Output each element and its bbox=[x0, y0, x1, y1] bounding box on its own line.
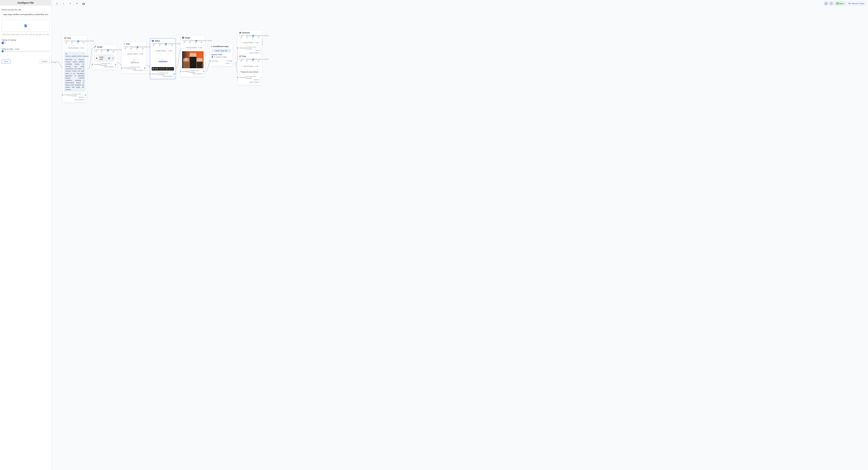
delay-in-reply-label: Delay in reply - 2 sec bbox=[2, 48, 50, 50]
cond-field: Gender bbox=[215, 56, 221, 58]
stat-subscribers-label: Subscribers bbox=[80, 40, 88, 42]
text-icon: 📢 bbox=[239, 55, 242, 57]
toolbar-condition-icon[interactable]: ≥ bbox=[61, 1, 66, 6]
output-port-buttons[interactable] bbox=[260, 79, 261, 81]
stat-errors-label: Errors bbox=[90, 40, 94, 42]
text-content-box: Thanks for your Intrest bbox=[239, 70, 260, 74]
node-file[interactable]: 📎File ✈Sent ✓Delivered 👥Subscribers ⚠Err… bbox=[122, 42, 146, 73]
skip-back-button[interactable]: ⏮ bbox=[824, 1, 828, 5]
delay-slider-thumb[interactable] bbox=[2, 50, 4, 52]
node-conditional[interactable]: ≥Conditional reply Match Type: All Syste… bbox=[210, 44, 232, 66]
save-icon: 💾 bbox=[836, 2, 839, 5]
typing-dots: ... bbox=[241, 65, 243, 67]
toolbar-ecommerce-icon[interactable]: 🛒 bbox=[55, 1, 60, 6]
audio-more-icon[interactable]: ⋮ bbox=[112, 57, 114, 60]
output-port-quick[interactable] bbox=[203, 73, 204, 75]
output-port-quick[interactable] bbox=[260, 52, 261, 54]
output-port-quick[interactable] bbox=[85, 99, 86, 100]
sent-icon: ✈ bbox=[64, 40, 65, 42]
user-icon: 👤 bbox=[211, 56, 213, 58]
typing-seconds: 3 Sec bbox=[255, 41, 259, 43]
stat-subscribers-label: Subscribers bbox=[198, 40, 206, 41]
output-port[interactable] bbox=[58, 61, 58, 62]
subscribers-icon: 👥 bbox=[195, 40, 197, 41]
volume-icon[interactable]: 🔊 bbox=[108, 57, 111, 59]
subscribers-icon: 👥 bbox=[252, 58, 254, 60]
input-port[interactable] bbox=[237, 47, 238, 49]
video-controls[interactable]: 0:00 🔊 ⛶ ⋮ bbox=[152, 67, 174, 70]
input-port[interactable] bbox=[121, 67, 123, 69]
stat-sent-label: Sent bbox=[184, 40, 187, 41]
port-quick-label: Quick Replies bbox=[133, 69, 143, 71]
cancel-button[interactable]: Cancel bbox=[39, 59, 50, 64]
audio-play-button[interactable] bbox=[95, 56, 98, 60]
delivered-icon: ✓ bbox=[157, 43, 158, 45]
output-port-compose[interactable] bbox=[174, 73, 175, 75]
stat-sent-label: Sent bbox=[66, 40, 69, 42]
stat-errors-value: 0 bbox=[199, 41, 204, 43]
output-port-true[interactable] bbox=[230, 60, 232, 62]
input-port[interactable] bbox=[237, 77, 238, 78]
output-port-compose[interactable] bbox=[260, 47, 261, 49]
output-port-quick[interactable] bbox=[115, 66, 116, 68]
input-port[interactable] bbox=[150, 73, 151, 75]
output-port-compose[interactable] bbox=[260, 77, 261, 78]
typing-display-row: ... Typing Display 2 Sec bbox=[64, 46, 86, 50]
delay-slider[interactable] bbox=[2, 51, 50, 52]
typing-on-display-toggle[interactable] bbox=[2, 42, 6, 44]
system-field-label: System Field bbox=[211, 54, 231, 56]
fb-page-button[interactable]: FB: Flavour Fusion bbox=[846, 2, 866, 5]
typing-label: Typing Display bbox=[127, 53, 138, 55]
input-port[interactable] bbox=[92, 64, 93, 65]
output-port-compose[interactable] bbox=[85, 94, 86, 96]
output-port-items[interactable] bbox=[260, 50, 261, 51]
node-title-label: Video bbox=[155, 40, 160, 42]
port-message-label: Message bbox=[239, 47, 246, 49]
stat-subscribers-value: 0 bbox=[76, 42, 80, 44]
video-volume-icon[interactable]: 🔊 bbox=[166, 68, 168, 70]
delivered-icon: ✓ bbox=[244, 35, 245, 36]
video-fullscreen-icon[interactable]: ⛶ bbox=[169, 68, 170, 70]
output-port-compose[interactable] bbox=[115, 64, 116, 65]
node-carousel[interactable]: 🖥Carousel ✈Sent ✓Delivered 👥Subscribers … bbox=[238, 31, 262, 55]
output-port-compose[interactable] bbox=[144, 67, 146, 69]
file-dropzone[interactable] bbox=[2, 20, 50, 32]
node-image[interactable]: 🖼Image ✈Sent ✓Delivered 👥Subscribers ⚠Er… bbox=[181, 36, 205, 77]
output-port-buttons[interactable] bbox=[85, 96, 86, 98]
output-port-quick[interactable] bbox=[260, 82, 261, 83]
fit-view-button[interactable]: ✕ bbox=[829, 1, 833, 5]
node-video[interactable]: 📹Video ✈Sent ✓Delivered 👥Subscribers ⚠Er… bbox=[150, 38, 176, 79]
typing-label: Typing Display bbox=[68, 47, 79, 49]
save-button[interactable]: 💾 Save bbox=[835, 2, 846, 5]
output-port-quick[interactable] bbox=[173, 76, 175, 77]
node-text-1[interactable]: 📢Text ✈Sent ✓Delivered 👥Subscribers ⚠Err… bbox=[63, 36, 87, 102]
node-text-2[interactable]: 📢Text ✈Sent ✓Delivered 👥Subscribers ⚠Err… bbox=[238, 54, 262, 85]
video-track[interactable] bbox=[159, 68, 165, 69]
toolbar-integrations-icon[interactable]: ⇄ bbox=[74, 1, 80, 6]
video-play-icon[interactable] bbox=[153, 68, 154, 69]
image-icon: 🖼 bbox=[182, 37, 184, 39]
file-url-input[interactable] bbox=[2, 12, 50, 17]
node-audio[interactable]: 🎤Audio ✈Sent ✓Delivered 👥Subscribers ⚠Er… bbox=[93, 45, 117, 69]
stat-subscribers-value: 0 bbox=[251, 36, 255, 38]
input-port[interactable] bbox=[180, 71, 181, 72]
input-port[interactable] bbox=[209, 60, 211, 62]
video-more-icon[interactable]: ⋮ bbox=[172, 68, 173, 70]
output-port-compose[interactable] bbox=[203, 71, 204, 72]
output-port-quick[interactable] bbox=[144, 70, 146, 71]
video-preview[interactable]: 0:00 🔊 ⛶ ⋮ bbox=[152, 54, 174, 71]
audio-player[interactable]: 0:00 / 0:02 🔊 ⋮ bbox=[94, 54, 116, 62]
output-port-false[interactable] bbox=[230, 63, 232, 64]
flow-canvas[interactable]: xt message 📢Text ✈Sent ✓Delivered 👥Subsc… bbox=[51, 0, 868, 470]
delivered-icon: ✓ bbox=[69, 40, 70, 42]
toolbar-bot-icon[interactable]: 🤖 bbox=[81, 1, 86, 6]
typing-label: Typing Display bbox=[243, 41, 254, 43]
port-message-label: Message bbox=[239, 77, 246, 78]
document-icon: 📄 bbox=[133, 59, 135, 61]
errors-icon: ⚠ bbox=[88, 40, 89, 42]
done-button[interactable]: Done bbox=[2, 59, 10, 64]
input-port[interactable] bbox=[62, 94, 63, 96]
toolbar-download-icon[interactable]: ⬇ bbox=[68, 1, 73, 6]
typing-dots: ... bbox=[184, 47, 186, 49]
text-icon: 📢 bbox=[64, 37, 66, 39]
